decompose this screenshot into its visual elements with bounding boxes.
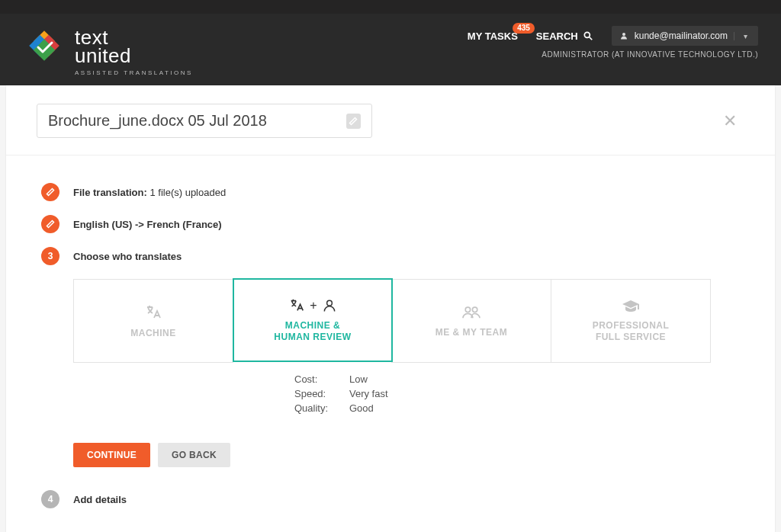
step-2-text: English (US) -> French (France) [73,219,222,230]
svg-point-7 [326,300,332,306]
pencil-icon [46,220,55,229]
step-2-label: English (US) -> French (France) [73,219,222,230]
svg-line-5 [590,37,593,40]
translate-icon [144,303,162,322]
steps: File translation: 1 file(s) uploaded Eng… [6,155,775,508]
option-professional-label: PROFESSIONAL FULL SERVICE [593,320,670,343]
user-subline: ADMINISTRATOR (AT INNOVATIVE TECHNOLOGY … [542,50,758,59]
user-email: kunde@mailinator.com [635,30,728,41]
option-professional[interactable]: PROFESSIONAL FULL SERVICE [551,279,711,363]
header: text united ASSISTED TRANSLATIONS MY TAS… [0,14,781,85]
nav-search[interactable]: SEARCH [536,30,593,42]
step-1-circle [41,183,59,201]
edit-icon[interactable] [346,114,361,129]
option-machine-human-label: MACHINE & HUMAN REVIEW [274,320,351,343]
step-2-circle [41,215,59,233]
nav-search-label: SEARCH [536,30,578,42]
step-3-circle: 3 [41,247,59,265]
step-1-suffix: 1 file(s) uploaded [149,187,226,198]
goback-button[interactable]: GO BACK [158,443,230,467]
step-2[interactable]: English (US) -> French (France) [41,215,740,233]
search-icon [583,30,593,41]
step-4: 4 Add details [41,490,740,508]
option-d-l1: PROFESSIONAL [593,320,670,331]
step-4-text: Add details [73,494,127,505]
continue-button[interactable]: CONTINUE [73,443,150,467]
user-icon [619,31,628,40]
option-machine[interactable]: MACHINE [73,279,233,363]
chevron-down-icon: ▾ [734,32,750,40]
step-1[interactable]: File translation: 1 file(s) uploaded [41,183,740,201]
header-nav: MY TASKS 435 SEARCH kunde@mailinator.com… [468,26,758,46]
logo-icon [23,24,66,67]
user-dropdown[interactable]: kunde@mailinator.com ▾ [612,26,758,46]
tasks-badge: 435 [513,23,535,34]
step-4-label: Add details [73,494,127,505]
option-details: Cost:Low Speed:Very fast Quality:Good [294,373,740,414]
logo-line2: united [75,46,193,66]
close-icon[interactable]: ✕ [723,111,744,131]
speed-key: Speed: [294,388,336,399]
logo[interactable]: text united ASSISTED TRANSLATIONS [23,24,193,76]
svg-point-6 [622,33,625,36]
team-icon [461,304,481,321]
translation-options: MACHINE + MACHINE & HUMAN REVIEW ME & MY… [73,279,740,363]
translate-plus-person-icon: + [288,297,336,314]
nav-mytasks-label: MY TASKS [468,30,518,42]
option-team-label: ME & MY TEAM [435,327,507,338]
option-b-l2: HUMAN REVIEW [274,332,351,342]
quality-key: Quality: [294,402,336,414]
buttons: CONTINUE GO BACK [73,443,740,467]
logo-text: text united ASSISTED TRANSLATIONS [75,24,193,76]
step-1-prefix: File translation: [73,187,147,198]
pencil-icon [46,187,55,197]
option-b-l1: MACHINE & [285,320,341,331]
option-machine-label: MACHINE [130,328,176,339]
logo-tag: ASSISTED TRANSLATIONS [75,70,193,76]
cost-key: Cost: [294,373,336,385]
svg-point-9 [472,307,477,312]
option-team[interactable]: ME & MY TEAM [391,279,551,363]
step-1-text: File translation: 1 file(s) uploaded [73,187,226,198]
main: ✕ File translation: 1 file(s) uploaded E… [6,85,775,532]
topbar [0,0,781,14]
svg-point-4 [584,32,590,37]
nav-mytasks[interactable]: MY TASKS 435 [468,30,518,42]
header-right: MY TASKS 435 SEARCH kunde@mailinator.com… [468,24,758,59]
title-row: ✕ [6,104,775,138]
quality-value: Good [349,402,374,414]
speed-value: Very fast [349,388,388,399]
graduation-icon [622,299,640,314]
step-3-text: Choose who translates [73,251,182,262]
step-4-circle: 4 [41,490,59,508]
svg-point-8 [465,307,470,312]
cost-value: Low [349,373,368,385]
option-d-l2: FULL SERVICE [596,332,666,342]
title-input[interactable] [48,112,346,130]
step-3: 3 Choose who translates [41,247,740,265]
step-3-label: Choose who translates [73,251,182,262]
title-input-wrap [37,104,372,138]
option-machine-human[interactable]: + MACHINE & HUMAN REVIEW [233,278,393,362]
